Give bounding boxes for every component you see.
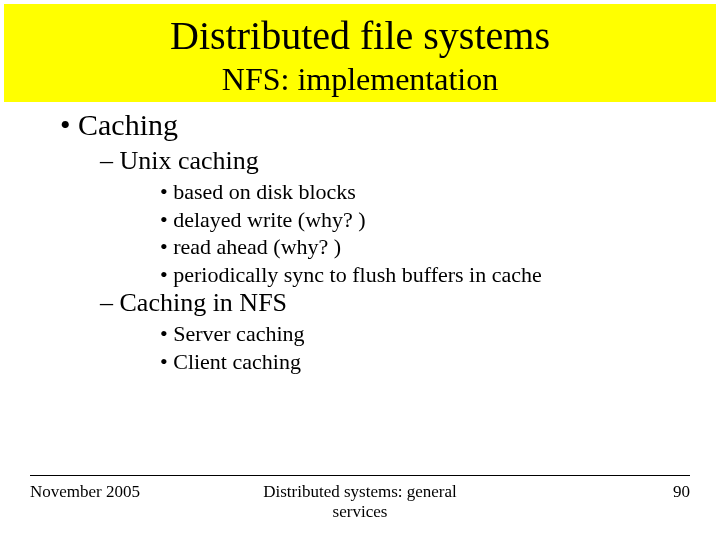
title-block: Distributed file systems NFS: implementa… xyxy=(4,4,716,102)
slide-subtitle: NFS: implementation xyxy=(4,61,716,98)
bullet-l3: based on disk blocks xyxy=(160,178,660,206)
bullet-l3: Client caching xyxy=(160,348,660,376)
bullet-l2: Unix caching xyxy=(100,146,660,176)
slide-title: Distributed file systems xyxy=(4,12,716,59)
bullet-l2: Caching in NFS xyxy=(100,288,660,318)
footer-center: Distributed systems: general services xyxy=(250,482,470,522)
footer-date: November 2005 xyxy=(30,482,250,502)
slide-footer: November 2005 Distributed systems: gener… xyxy=(0,475,720,522)
bullet-l3: Server caching xyxy=(160,320,660,348)
footer-row: November 2005 Distributed systems: gener… xyxy=(30,482,690,522)
slide-content: Caching Unix caching based on disk block… xyxy=(0,102,720,375)
footer-divider xyxy=(30,475,690,476)
footer-page-number: 90 xyxy=(470,482,690,502)
bullet-l3: periodically sync to flush buffers in ca… xyxy=(160,261,660,289)
bullet-l3: delayed write (why? ) xyxy=(160,206,660,234)
bullet-l3: read ahead (why? ) xyxy=(160,233,660,261)
bullet-l1: Caching xyxy=(60,108,660,142)
